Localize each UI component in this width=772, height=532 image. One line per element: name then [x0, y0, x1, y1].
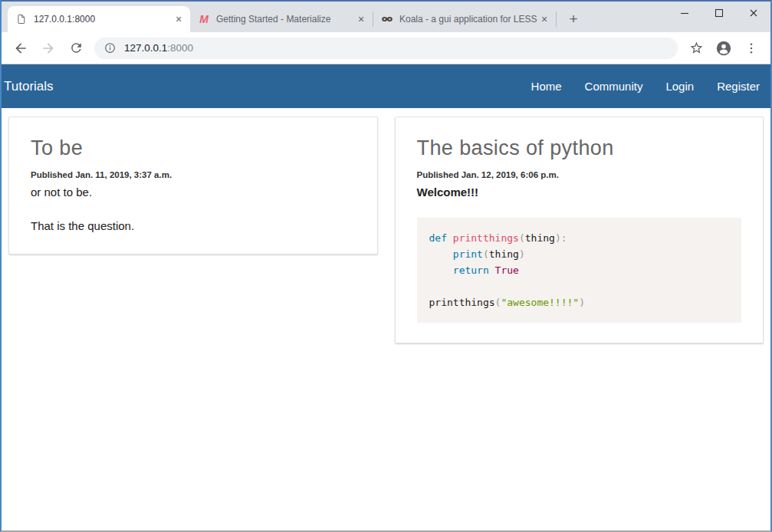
- browser-window: 127.0.0.1:8000 × M Getting Started - Mat…: [0, 0, 772, 532]
- maximize-icon: [713, 7, 725, 19]
- koala-icon: [381, 13, 393, 25]
- tab-localhost[interactable]: 127.0.0.1:8000 ×: [8, 6, 190, 32]
- brand-link[interactable]: Tutorials: [4, 79, 54, 94]
- reload-icon: [69, 41, 84, 55]
- window-controls: [667, 2, 770, 25]
- back-button[interactable]: [9, 37, 32, 60]
- tutorial-card-python-basics: The basics of python Published Jan. 12, …: [395, 117, 764, 343]
- tab-separator: [373, 11, 373, 27]
- bookmark-button[interactable]: [685, 37, 708, 60]
- menu-dots-icon: [744, 41, 758, 55]
- nav-link-community[interactable]: Community: [585, 80, 643, 93]
- published-date: Published Jan. 11, 2019, 3:37 a.m.: [31, 170, 356, 179]
- tab-materialize[interactable]: M Getting Started - Materialize ×: [190, 6, 373, 32]
- site-navbar: Tutorials Home Community Login Register: [2, 64, 770, 108]
- nav-link-register[interactable]: Register: [717, 80, 760, 93]
- close-icon: [747, 7, 760, 19]
- tab-separator: [556, 11, 557, 27]
- close-tab-icon[interactable]: ×: [354, 12, 368, 26]
- tab-title: Koala - a gui application for LESS: [399, 14, 537, 25]
- close-tab-icon[interactable]: ×: [537, 12, 551, 26]
- page-content: To be Published Jan. 11, 2019, 3:37 a.m.…: [2, 108, 770, 530]
- materialize-icon: M: [198, 13, 210, 25]
- profile-avatar-icon: [715, 40, 732, 57]
- tab-strip: 127.0.0.1:8000 × M Getting Started - Mat…: [2, 2, 770, 32]
- forward-button[interactable]: [37, 37, 60, 60]
- tutorial-list: To be Published Jan. 11, 2019, 3:37 a.m.…: [8, 117, 764, 343]
- bookmark-star-icon: [689, 41, 704, 55]
- close-tab-icon[interactable]: ×: [172, 12, 186, 26]
- forward-icon: [41, 41, 56, 56]
- new-tab-button[interactable]: +: [563, 8, 584, 30]
- browser-toolbar: 127.0.0.1:8000: [2, 32, 770, 64]
- tutorial-title: To be: [31, 136, 356, 160]
- minimize-icon: [678, 7, 691, 19]
- tab-koala[interactable]: Koala - a gui application for LESS ×: [373, 6, 556, 32]
- tutorial-card-to-be: To be Published Jan. 11, 2019, 3:37 a.m.…: [8, 117, 378, 255]
- url-text: 127.0.0.1:8000: [124, 42, 193, 54]
- maximize-button[interactable]: [701, 2, 736, 25]
- tutorial-title: The basics of python: [417, 136, 742, 160]
- address-bar[interactable]: 127.0.0.1:8000: [94, 38, 678, 59]
- code-block: def printthings(thing): print(thing) ret…: [417, 218, 742, 323]
- nav-link-login[interactable]: Login: [665, 80, 694, 93]
- site-info-icon[interactable]: [103, 41, 117, 54]
- document-icon: [15, 13, 28, 25]
- tab-title: 127.0.0.1:8000: [34, 14, 172, 25]
- reload-button[interactable]: [64, 37, 87, 60]
- minimize-button[interactable]: [667, 2, 701, 25]
- published-date: Published Jan. 12, 2019, 6:06 p.m.: [417, 170, 742, 179]
- nav-links: Home Community Login Register: [531, 80, 760, 93]
- tutorial-body: or not to be. That is the question.: [31, 184, 356, 234]
- tab-title: Getting Started - Materialize: [216, 14, 354, 25]
- tutorial-body: Welcome!!!: [417, 184, 742, 201]
- profile-button[interactable]: [712, 37, 735, 60]
- browser-menu-button[interactable]: [740, 37, 763, 60]
- back-icon: [13, 41, 28, 56]
- close-window-button[interactable]: [736, 2, 770, 25]
- nav-link-home[interactable]: Home: [531, 80, 562, 93]
